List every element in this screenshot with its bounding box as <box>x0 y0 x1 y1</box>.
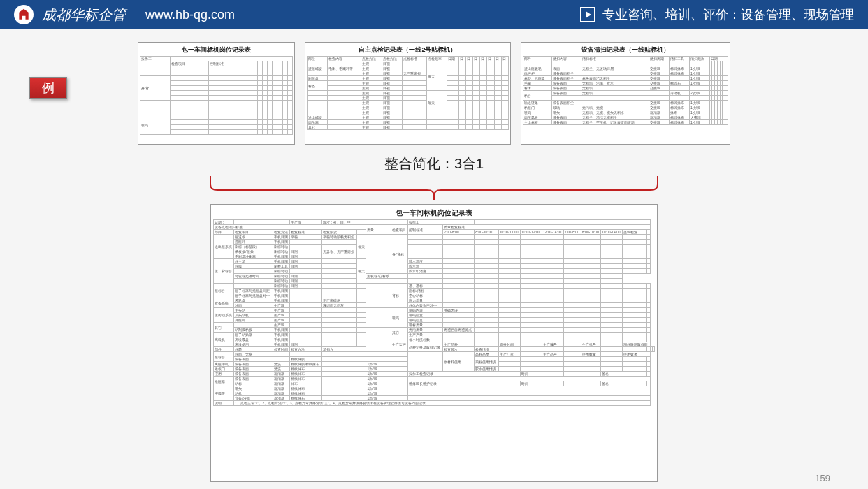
center-label: 整合简化：3合1 <box>17 154 851 173</box>
date-label: 日期： <box>214 220 234 225</box>
section-right: 质量检查标准 <box>443 225 650 230</box>
form-3-table: 部件清扫内容清扫标准清扫周期清扫工具清扫频次日期 进出瓶拨轮表面无积尘、无玻璃碎… <box>523 56 728 125</box>
header: 成都华标企管 www.hb-qg.com 专业咨询、培训、评价：设备管理、现场管… <box>0 0 868 29</box>
url: www.hb-qg.com <box>145 8 235 22</box>
content: 例 包一车间标机岗位记录表 操作工 检查项目控制标准 身/背 喷码 <box>0 29 868 489</box>
form-2: 自主点检记录表（一线2号贴标机） 部位检查内容点检方法点检方法点检标准点检频率日… <box>305 42 511 145</box>
form-3-title: 设备清扫记录表（一线贴标机） <box>523 45 728 54</box>
form-2-title: 自主点检记录表（一线2号贴标机） <box>307 45 509 54</box>
form-1-title: 包一车间标机岗位记录表 <box>140 45 293 54</box>
play-icon <box>580 7 595 22</box>
merge-bracket-icon <box>203 176 665 200</box>
page-number: 159 <box>815 473 830 483</box>
form-2-table: 部位检查内容点检方法点检方法点检标准点检频率日期日日日日日日日 进瓶螺旋主观目视… <box>307 56 509 130</box>
merged-form-title: 包一车间标机岗位记录表 <box>213 208 655 218</box>
form-1-table: 操作工 检查项目控制标准 身/背 喷码 <box>140 56 293 135</box>
line-label: 生产班： <box>289 220 321 225</box>
merged-form: 包一车间标机岗位记录表 日期：生产班：班次：夜、白、甲操作工： 设备点检清扫标准… <box>210 204 658 482</box>
logo-icon <box>14 5 34 24</box>
form-3: 设备清扫记录表（一线贴标机） 部件清扫内容清扫标准清扫周期清扫工具清扫频次日期 … <box>521 42 730 145</box>
top-forms-row: 包一车间标机岗位记录表 操作工 检查项目控制标准 身/背 喷码 <box>17 42 851 145</box>
header-right: 专业咨询、培训、评价：设备管理、现场管理 <box>580 6 854 23</box>
shift-label: 班次：夜、白、甲 <box>321 220 366 225</box>
merged-form-table: 日期：生产班：班次：夜、白、甲操作工： 设备点检清扫标准质量检查项目控制标准质量… <box>213 219 655 406</box>
company-name: 成都华标企管 <box>42 6 126 24</box>
section-left: 设备点检清扫标准 <box>214 225 366 230</box>
worker-label: 操作工： <box>408 220 475 225</box>
form-1: 包一车间标机岗位记录表 操作工 检查项目控制标准 身/背 喷码 <box>138 42 295 145</box>
header-right-text: 专业咨询、培训、评价：设备管理、现场管理 <box>602 6 854 23</box>
example-badge: 例 <box>29 77 67 99</box>
